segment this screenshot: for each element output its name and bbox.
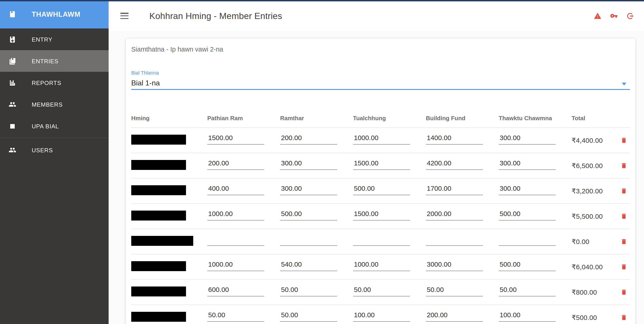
select-label: Bial Thlanna — [131, 70, 630, 76]
warning-button[interactable] — [592, 11, 602, 21]
amount-input-thawktu-chawmna[interactable] — [499, 282, 556, 297]
sidebar-item-label: ENTRY — [32, 36, 52, 43]
row-actions — [618, 305, 630, 324]
amount-input-pathian-ram[interactable] — [207, 181, 264, 195]
amount-input-building-fund[interactable] — [426, 206, 483, 220]
sidebar: THAWHLAWM ENTRYENTRIESREPORTSMEMBERSUPA … — [0, 0, 108, 324]
row-actions — [618, 204, 630, 229]
bar-chart-icon — [8, 79, 16, 87]
amount-input-tualchhung[interactable] — [353, 156, 410, 170]
amount-input-thawktu-chawmna[interactable] — [499, 308, 556, 322]
amount-cell-building-fund — [426, 204, 499, 229]
logout-button[interactable] — [625, 11, 635, 21]
amount-input-building-fund[interactable] — [426, 232, 483, 246]
key-button[interactable] — [609, 11, 619, 21]
delete-button[interactable] — [618, 128, 630, 153]
sidebar-item-entries[interactable]: ENTRIES — [0, 50, 108, 72]
amount-input-thawktu-chawmna[interactable] — [499, 257, 556, 271]
dropdown-caret-icon[interactable] — [622, 83, 626, 85]
amount-cell-thawktu-chawmna — [499, 128, 572, 153]
amount-cell-thawktu-chawmna — [499, 153, 572, 178]
member-name-cell — [131, 280, 207, 305]
amount-input-pathian-ram[interactable] — [207, 131, 264, 145]
amount-input-thawktu-chawmna[interactable] — [499, 232, 556, 246]
amount-cell-pathian-ram — [207, 128, 280, 153]
amount-input-pathian-ram[interactable] — [207, 206, 264, 220]
amount-input-ramthar[interactable] — [280, 156, 337, 170]
bial-select[interactable]: Bial Thlanna Bial 1-na — [131, 70, 630, 90]
trash-icon — [620, 187, 628, 195]
delete-button[interactable] — [618, 280, 630, 305]
amount-cell-tualchhung — [353, 254, 426, 279]
amount-cell-ramthar — [280, 178, 353, 203]
amount-input-ramthar[interactable] — [280, 232, 337, 246]
amount-input-tualchhung[interactable] — [353, 131, 410, 145]
amount-input-pathian-ram[interactable] — [207, 232, 264, 246]
amount-input-tualchhung[interactable] — [353, 282, 410, 297]
amount-cell-tualchhung — [353, 178, 426, 203]
amount-input-building-fund[interactable] — [426, 131, 483, 145]
amount-input-ramthar[interactable] — [280, 206, 337, 220]
amount-input-building-fund[interactable] — [426, 282, 483, 297]
redacted-name — [131, 135, 186, 145]
amount-input-building-fund[interactable] — [426, 257, 483, 271]
book-plus-icon — [8, 35, 16, 43]
warning-icon — [594, 12, 601, 20]
amount-input-ramthar[interactable] — [280, 308, 337, 322]
row-actions — [618, 229, 630, 254]
amount-input-thawktu-chawmna[interactable] — [499, 156, 556, 170]
table-row: ₹500.00 — [131, 305, 630, 324]
amount-input-thawktu-chawmna[interactable] — [499, 181, 556, 195]
amount-cell-pathian-ram — [207, 280, 280, 305]
amount-cell-ramthar — [280, 305, 353, 324]
amount-input-pathian-ram[interactable] — [207, 308, 264, 322]
select-underline — [131, 89, 630, 90]
delete-button[interactable] — [618, 254, 630, 279]
redacted-name — [131, 185, 186, 195]
redacted-name — [131, 236, 193, 246]
trash-icon — [620, 162, 628, 169]
amount-cell-tualchhung — [353, 305, 426, 324]
delete-button[interactable] — [618, 178, 630, 203]
amount-input-ramthar[interactable] — [280, 257, 337, 271]
amount-cell-thawktu-chawmna — [499, 178, 572, 203]
amount-input-pathian-ram[interactable] — [207, 156, 264, 170]
delete-button[interactable] — [618, 204, 630, 229]
sidebar-item-members[interactable]: MEMBERS — [0, 94, 108, 115]
amount-input-building-fund[interactable] — [426, 308, 483, 322]
amount-input-tualchhung[interactable] — [353, 232, 410, 246]
menu-icon[interactable] — [120, 13, 128, 19]
amount-cell-building-fund — [426, 153, 499, 178]
delete-button[interactable] — [618, 305, 630, 324]
row-actions — [618, 254, 630, 279]
sidebar-item-reports[interactable]: REPORTS — [0, 72, 108, 94]
redacted-name — [131, 287, 186, 297]
sidebar-item-users[interactable]: USERS — [0, 139, 108, 161]
sidebar-item-upa-bial[interactable]: UPA BIAL — [0, 115, 108, 137]
amount-cell-ramthar — [280, 280, 353, 305]
amount-input-tualchhung[interactable] — [353, 181, 410, 195]
row-total: ₹0.00 — [572, 229, 618, 254]
amount-input-pathian-ram[interactable] — [207, 257, 264, 271]
amount-input-ramthar[interactable] — [280, 131, 337, 145]
amount-input-ramthar[interactable] — [280, 181, 337, 195]
delete-button[interactable] — [618, 229, 630, 254]
amount-input-ramthar[interactable] — [280, 282, 337, 297]
member-name-cell — [131, 178, 207, 203]
top-accent-strip — [0, 0, 644, 1]
amount-cell-tualchhung — [353, 153, 426, 178]
sidebar-item-entry[interactable]: ENTRY — [0, 28, 108, 50]
amount-input-tualchhung[interactable] — [353, 257, 410, 271]
amount-input-tualchhung[interactable] — [353, 308, 410, 322]
amount-input-thawktu-chawmna[interactable] — [499, 206, 556, 220]
amount-input-thawktu-chawmna[interactable] — [499, 131, 556, 145]
amount-input-tualchhung[interactable] — [353, 206, 410, 220]
collections-bookmark-icon — [8, 57, 16, 65]
column-header-pathian-ram: Pathian Ram — [207, 115, 280, 128]
delete-button[interactable] — [618, 153, 630, 178]
table-row: ₹5,500.00 — [131, 204, 630, 229]
amount-input-building-fund[interactable] — [426, 181, 483, 195]
app-root: THAWHLAWM ENTRYENTRIESREPORTSMEMBERSUPA … — [0, 0, 644, 324]
amount-input-pathian-ram[interactable] — [207, 282, 264, 297]
amount-input-building-fund[interactable] — [426, 156, 483, 170]
